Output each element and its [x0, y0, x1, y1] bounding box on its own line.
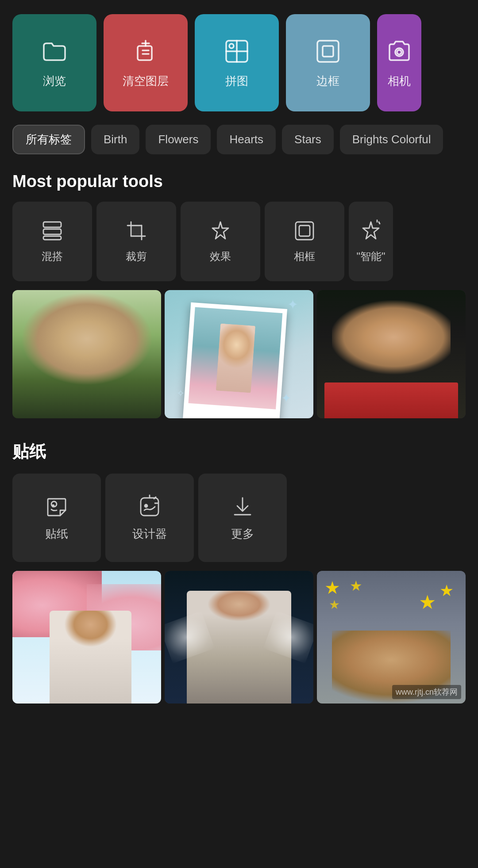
effects-label: 效果 [210, 249, 231, 264]
clear-label: 清空图层 [123, 73, 169, 89]
camera-tool[interactable]: 相机 [377, 14, 421, 111]
mix-tool[interactable]: 混搭 [12, 202, 92, 281]
mix-icon [41, 219, 64, 242]
svg-rect-29 [141, 498, 158, 516]
svg-rect-14 [43, 229, 61, 234]
collage-icon [223, 37, 251, 65]
tags-row: 所有标签 Birth Flowers Hearts Stars Brights … [0, 120, 478, 163]
collage-tool[interactable]: 拼图 [195, 14, 279, 111]
svg-point-8 [229, 44, 234, 48]
svg-rect-15 [43, 236, 61, 240]
sticker-tools-row: 贴纸 设计器 更多 [0, 467, 478, 571]
sticker-photo-2[interactable] [165, 571, 313, 704]
browse-tool[interactable]: 浏览 [12, 14, 96, 111]
photo-item-1[interactable] [12, 290, 161, 418]
photo-frame-tool[interactable]: 相框 [265, 202, 344, 281]
effects-icon [209, 219, 232, 242]
tag-hearts[interactable]: Hearts [217, 125, 276, 154]
frame-tool[interactable]: 边框 [286, 14, 370, 111]
svg-rect-20 [131, 226, 142, 236]
designer-label: 设计器 [132, 526, 167, 542]
svg-marker-24 [363, 222, 379, 239]
svg-line-25 [379, 222, 380, 224]
sticker-label: 贴纸 [45, 526, 68, 542]
svg-point-30 [145, 505, 147, 507]
svg-rect-0 [138, 46, 152, 60]
collage-label: 拼图 [225, 73, 248, 89]
designer-tool[interactable]: 设计器 [105, 474, 194, 562]
camera-icon [385, 37, 413, 65]
svg-point-12 [397, 50, 401, 54]
watermark: www.rjtj.cn软荐网 [392, 685, 461, 699]
sticker-icon [44, 494, 69, 519]
toolbar: 浏览 清空图层 拼图 边框 [0, 0, 478, 120]
crop-icon [125, 219, 148, 242]
bottom-gallery: ★ ★ ★ ★ ★ www.rjtj.cn软荐网 [0, 571, 478, 717]
popular-tools-row: 混搭 裁剪 效果 相框 "智能" [0, 195, 478, 290]
frame-label: 边框 [316, 73, 339, 89]
svg-point-28 [52, 505, 54, 507]
clear-tool[interactable]: 清空图层 [104, 14, 188, 111]
crop-label: 裁剪 [126, 249, 147, 264]
more-tool[interactable]: 更多 [198, 474, 287, 562]
camera-label: 相机 [388, 73, 411, 89]
smart-tool[interactable]: "智能" [349, 202, 393, 281]
browse-label: 浏览 [43, 73, 66, 89]
designer-icon [137, 494, 162, 519]
svg-rect-10 [323, 46, 333, 57]
download-icon [230, 494, 255, 519]
sticker-photo-1[interactable] [12, 571, 161, 704]
sticker-section-title: 贴纸 [0, 432, 478, 467]
tag-birth[interactable]: Birth [91, 125, 139, 154]
effects-tool[interactable]: 效果 [181, 202, 260, 281]
smart-label: "智能" [356, 249, 385, 264]
photo-item-2[interactable]: ✦ ✧ ✦ [165, 290, 313, 418]
photo-item-3[interactable] [317, 290, 466, 418]
folder-icon [40, 37, 69, 65]
tag-flowers[interactable]: Flowers [146, 125, 211, 154]
svg-rect-23 [299, 226, 310, 236]
svg-rect-9 [317, 41, 339, 62]
svg-marker-21 [212, 222, 228, 239]
crop-tool[interactable]: 裁剪 [96, 202, 176, 281]
frame-icon [314, 37, 342, 65]
tag-brights[interactable]: Brights Colorful [340, 125, 443, 154]
photo-frame-label: 相框 [294, 249, 315, 264]
mix-label: 混搭 [42, 249, 63, 264]
svg-rect-13 [43, 222, 61, 227]
sticker-photo-3[interactable]: ★ ★ ★ ★ ★ www.rjtj.cn软荐网 [317, 571, 466, 704]
popular-section-title: Most popular tools [0, 163, 478, 195]
clear-layers-icon [131, 37, 160, 65]
more-label: 更多 [231, 526, 254, 542]
photo-gallery-row1: ✦ ✧ ✦ [0, 290, 478, 432]
photo-frame-icon [293, 219, 316, 242]
tag-stars[interactable]: Stars [282, 125, 334, 154]
svg-rect-22 [296, 222, 313, 240]
tag-all[interactable]: 所有标签 [12, 125, 85, 154]
sticker-tool[interactable]: 贴纸 [12, 474, 101, 562]
smart-icon [359, 219, 382, 242]
